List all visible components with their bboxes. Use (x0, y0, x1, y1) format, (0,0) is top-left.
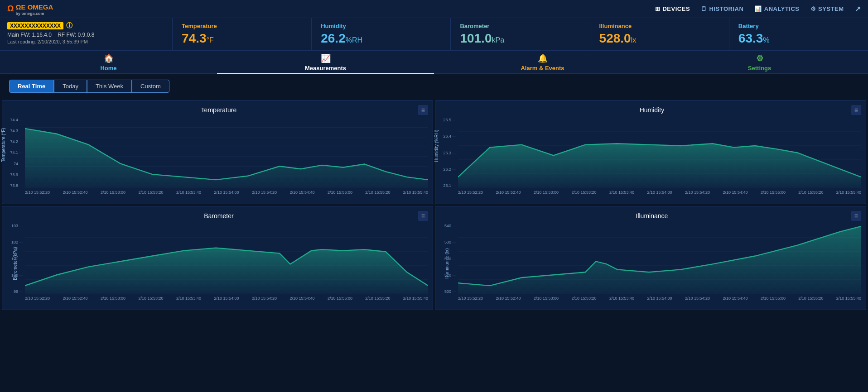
temperature-chart: Temperature ≡ 74.4 74.3 74.2 74.1 74 73.… (2, 100, 433, 204)
nav-logout[interactable]: ↗ (855, 5, 861, 13)
device-info-panel: XXXXXXXXXXXXXX ⓘ Main FW: 1.16.4.0 RF FW… (0, 18, 172, 50)
grid-icon: ⊞ (655, 5, 661, 12)
firmware-info: Main FW: 1.16.4.0 RF FW: 0.9.0.8 (7, 32, 165, 38)
illuminance-chart-menu[interactable]: ≡ (851, 211, 861, 221)
temperature-chart-svg-wrap (25, 118, 428, 188)
y-tick: 73.9 (10, 172, 23, 177)
time-filter-tabs: Real Time Today This Week Custom (0, 74, 868, 98)
y-tick: 26.5 (443, 118, 456, 122)
illuminance-label: Illuminance (599, 23, 720, 29)
nav-historian[interactable]: 🗒 HISTORIAN (701, 5, 743, 12)
analytics-icon: 📊 (754, 5, 762, 12)
humidity-chart-svg-wrap (458, 118, 861, 188)
device-bar: XXXXXXXXXXXXXX ⓘ Main FW: 1.16.4.0 RF FW… (0, 18, 868, 51)
humidity-chart-area: 26.5 26.4 26.3 26.2 26.1 (440, 118, 861, 197)
nav-links: ⊞ DEVICES 🗒 HISTORIAN 📊 ANALYTICS ⚙ SYST… (655, 5, 861, 13)
y-tick: 99 (14, 289, 23, 294)
temperature-label: Temperature (182, 23, 302, 29)
humidity-y-label: Humidity (%RH) (434, 153, 439, 162)
humidity-chart-menu[interactable]: ≡ (851, 105, 861, 115)
nav-analytics[interactable]: 📊 ANALYTICS (754, 5, 799, 12)
barometer-svg (25, 224, 428, 294)
illuminance-svg (458, 224, 861, 294)
humidity-chart: Humidity ≡ 26.5 26.4 26.3 26.2 26.1 (435, 100, 866, 204)
device-name-row: XXXXXXXXXXXXXX ⓘ (7, 22, 165, 30)
sensor-tile-battery: Battery 63.3% (729, 18, 868, 50)
tab-today[interactable]: Today (54, 80, 87, 93)
illuminance-value: 528.0lx (599, 31, 720, 46)
sensor-tile-barometer: Barometer 101.0kPa (450, 18, 589, 50)
humidity-chart-header: Humidity ≡ (440, 105, 861, 115)
illuminance-y-label: Illuminance (lx) (444, 248, 449, 278)
charts-grid: Temperature ≡ 74.4 74.3 74.2 74.1 74 73.… (0, 98, 868, 312)
y-tick: 74.2 (10, 139, 23, 144)
barometer-chart-area: 103 102 101 100 99 (7, 224, 428, 303)
y-tick: 26.3 (443, 151, 456, 155)
tab-thisweek[interactable]: This Week (87, 80, 132, 93)
home-icon: 🏠 (104, 53, 114, 63)
temperature-chart-area: 74.4 74.3 74.2 74.1 74 73.9 73.8 (7, 118, 428, 197)
humidity-label: Humidity (321, 23, 441, 29)
sensor-tile-illuminance: Illuminance 528.0lx (590, 18, 729, 50)
humidity-y-axis: 26.5 26.4 26.3 26.2 26.1 (440, 118, 458, 188)
temperature-y-label: Temperature (°F) (1, 153, 6, 162)
y-tick: 540 (444, 224, 456, 228)
y-tick: 103 (11, 224, 23, 228)
info-icon[interactable]: ⓘ (66, 22, 72, 30)
svg-marker-16 (25, 248, 428, 294)
nav-system[interactable]: ⚙ SYSTEM (810, 5, 844, 12)
nav-item-settings[interactable]: ⚙ Settings (651, 52, 868, 74)
barometer-chart-menu[interactable]: ≡ (418, 211, 428, 221)
barometer-chart-title: Barometer (19, 212, 418, 220)
illuminance-chart-header: Illuminance ≡ (440, 211, 861, 221)
sensor-tile-humidity: Humidity 26.2%RH (311, 18, 450, 50)
illuminance-chart-title: Illuminance (453, 212, 851, 220)
omega-symbol: Ω (7, 4, 14, 14)
temperature-svg (25, 118, 428, 188)
logo-sub: by omega.com (15, 12, 53, 16)
logo-brand: ΩE OMEGA (15, 3, 53, 11)
tab-custom[interactable]: Custom (132, 80, 169, 93)
battery-label: Battery (738, 23, 859, 29)
barometer-chart: Barometer ≡ 103 102 101 100 99 (2, 206, 433, 310)
barometer-value: 101.0kPa (460, 31, 580, 46)
device-name-label: XXXXXXXXXXXXXX (7, 22, 63, 29)
temperature-chart-menu[interactable]: ≡ (418, 105, 428, 115)
humidity-x-axis: 2/10 15:52:20 2/10 15:52:40 2/10 15:53:0… (458, 188, 861, 197)
temperature-x-axis: 2/10 15:52:20 2/10 15:52:40 2/10 15:53:0… (25, 188, 428, 197)
system-icon: ⚙ (810, 5, 816, 12)
y-tick: 500 (444, 289, 456, 294)
barometer-label: Barometer (460, 23, 580, 29)
nav-item-home[interactable]: 🏠 Home (0, 52, 217, 74)
barometer-chart-svg-wrap (25, 224, 428, 294)
temperature-chart-header: Temperature ≡ (7, 105, 428, 115)
temperature-chart-title: Temperature (19, 106, 418, 114)
y-tick: 26.4 (443, 134, 456, 139)
measurements-icon: 📈 (321, 53, 331, 63)
nav-item-measurements[interactable]: 📈 Measurements (217, 52, 434, 74)
nav-devices[interactable]: ⊞ DEVICES (655, 5, 690, 12)
secondary-nav: 🏠 Home 📈 Measurements 🔔 Alarm & Events ⚙… (0, 51, 868, 74)
historian-icon: 🗒 (701, 5, 707, 12)
y-tick: 74 (14, 162, 23, 166)
humidity-value: 26.2%RH (321, 31, 441, 46)
humidity-svg (458, 118, 861, 188)
y-tick: 530 (444, 240, 456, 244)
temperature-value: 74.3°F (182, 31, 302, 46)
illuminance-chart: Illuminance ≡ 540 530 520 510 500 (435, 206, 866, 310)
illuminance-x-axis: 2/10 15:52:20 2/10 15:52:40 2/10 15:53:0… (458, 294, 861, 303)
y-tick: 74.1 (10, 150, 23, 155)
sensor-tiles: Temperature 74.3°F Humidity 26.2%RH Baro… (172, 18, 868, 50)
nav-item-alarm[interactable]: 🔔 Alarm & Events (434, 52, 651, 74)
y-tick: 73.8 (10, 183, 23, 188)
barometer-chart-header: Barometer ≡ (7, 211, 428, 221)
illuminance-chart-area: 540 530 520 510 500 (440, 224, 861, 303)
illuminance-chart-svg-wrap (458, 224, 861, 294)
logo-area: Ω ΩE OMEGA by omega.com (7, 2, 53, 16)
omega-logo: Ω ΩE OMEGA by omega.com (7, 2, 53, 16)
battery-value: 63.3% (738, 31, 859, 46)
humidity-chart-title: Humidity (453, 106, 851, 114)
alarm-icon: 🔔 (538, 53, 548, 63)
sensor-tile-temperature: Temperature 74.3°F (172, 18, 311, 50)
tab-realtime[interactable]: Real Time (9, 80, 54, 93)
